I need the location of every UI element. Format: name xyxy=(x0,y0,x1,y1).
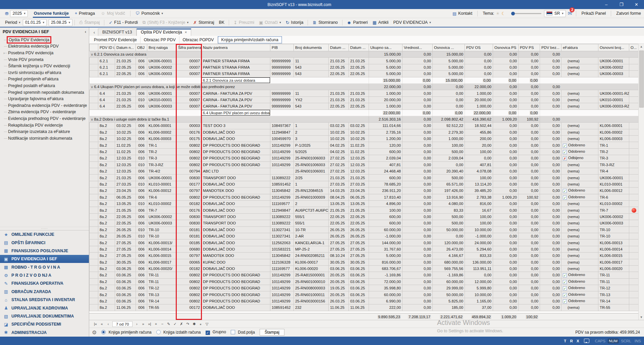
grid-cell[interactable]: 0,00 xyxy=(540,96,561,103)
grid-cell[interactable]: 407,81 xyxy=(369,161,402,168)
grid-cell[interactable]: 010 xyxy=(136,181,147,187)
grid-cell[interactable]: 500,00 xyxy=(433,220,465,226)
grid-cell[interactable] xyxy=(629,200,639,207)
grid-cell[interactable]: 0,00 xyxy=(402,239,433,246)
grid-cell[interactable]: 0,00 xyxy=(402,226,433,233)
grid-cell[interactable]: 0,00 xyxy=(519,96,540,103)
grid-cell[interactable] xyxy=(629,207,639,213)
grid-cell[interactable]: 00007 xyxy=(177,71,202,77)
grid-cell[interactable]: 0,00 xyxy=(540,136,561,142)
grid-cell[interactable]: 0,00 xyxy=(433,90,465,96)
module-pdv-evidencija-i-sef[interactable]: ▣PDV EVIDENCIJA I SEF xyxy=(0,255,89,263)
grid-cell[interactable]: 21.05.25 xyxy=(349,207,369,213)
grid-cell[interactable]: TR-7 xyxy=(147,207,177,213)
vertical-scrollbar[interactable]: ▲ ▼ xyxy=(638,44,644,320)
grid-cell[interactable]: 00802 xyxy=(177,272,202,278)
grid-cell[interactable]: 27.05.25 xyxy=(349,246,369,252)
grid-cell[interactable]: TR-13 xyxy=(147,291,177,298)
grid-cell[interactable]: TR-13 xyxy=(598,291,629,298)
grid-cell[interactable]: 27.03.25 xyxy=(329,181,349,187)
scroll-up-icon[interactable]: ▲ xyxy=(640,44,643,49)
grid-cell[interactable]: 08.04.25 xyxy=(329,194,349,200)
grid-cell[interactable]: 999999999 xyxy=(270,58,294,64)
grid-cell[interactable]: 14.03.25 xyxy=(329,188,349,194)
grid-cell[interactable]: 03.02.25 xyxy=(349,123,369,129)
grid-cell[interactable]: UK006-00001 xyxy=(147,175,177,181)
grid-cell[interactable] xyxy=(90,207,98,213)
table-row[interactable]: 6.422.05.25006UK006-0000300007CARINA - F… xyxy=(90,103,639,110)
grid-cell[interactable]: 0,00 xyxy=(493,220,519,226)
filter-icon[interactable]: ▽ xyxy=(204,322,210,327)
slider-knob[interactable] xyxy=(511,12,515,15)
grid-cell[interactable]: 0,00 xyxy=(493,272,519,278)
table-row[interactable]: 8a.223.04.25006KL006-0001200797MANDOTEK … xyxy=(90,188,639,194)
module-stalna-sredstva-i-inventar[interactable]: ⌂STALNA SREDSTVA I INVENTAR xyxy=(0,296,89,304)
checkbox-dod-polja[interactable]: Dod.polja xyxy=(231,330,255,335)
grid-cell[interactable] xyxy=(90,58,98,64)
grid-cell[interactable]: 0,00 xyxy=(540,220,561,226)
grid-cell[interactable]: 0,00 xyxy=(519,103,540,110)
group-row[interactable]: ∨ 6.4 Ukupan PDV plaćen pri uvozu dobara… xyxy=(90,83,639,90)
tree-item-posebna-pdv-evidencija[interactable]: ›Posebna PDV evidencija xyxy=(3,50,89,56)
grid-cell[interactable]: 8a.2 xyxy=(98,239,115,246)
grid-cell[interactable]: 6.4 xyxy=(98,96,115,103)
grid-cell[interactable]: 197.426,00 xyxy=(433,188,465,194)
grid-cell[interactable]: 101149299 xyxy=(270,298,294,304)
grid-cell[interactable] xyxy=(90,298,98,304)
grid-cell[interactable]: 8a.2 xyxy=(98,304,115,311)
table-row[interactable]: 8a.210.02.25006KL006-0000200176DOBAVLJAČ… xyxy=(90,129,639,135)
grid-cell[interactable] xyxy=(629,123,639,129)
grid-cell[interactable]: 00175 xyxy=(177,136,202,142)
tree-item-definisanje-izuzetaka-za-efakture[interactable]: Definisanje izuzetaka za eFakture xyxy=(3,128,89,135)
grid-cell[interactable]: TR-6 xyxy=(147,194,177,200)
table-row[interactable]: 8a.203.06.25006TR-1100802DP PRODUCTS DOO… xyxy=(90,272,639,278)
grid-cell[interactable]: 0,00 xyxy=(540,123,561,129)
column-header-osnovni_broj[interactable]: Osnovni broj... xyxy=(598,44,629,51)
grid-cell[interactable]: 2 xyxy=(294,200,329,207)
grid-cell[interactable]: 0,00 xyxy=(402,129,433,135)
grid-cell[interactable]: 236.911,20 xyxy=(369,188,402,194)
grid-cell[interactable]: DP PRODUCTS DOO BEOGRAD xyxy=(202,148,270,155)
grid-cell[interactable]: 0,00 xyxy=(402,71,433,77)
grid-cell[interactable] xyxy=(90,129,98,135)
grid-cell[interactable]: 31.767,60 xyxy=(369,246,402,252)
grid-cell[interactable] xyxy=(90,253,98,259)
grid-cell[interactable]: 5.000,00 xyxy=(369,71,402,77)
grid-cell[interactable]: 00185 xyxy=(177,239,202,246)
grid-cell[interactable]: 8a.2 xyxy=(98,175,115,181)
grid-cell[interactable]: KL006-00020 xyxy=(294,265,329,272)
grid-cell[interactable]: 60.000,00 xyxy=(369,226,402,233)
grid-cell[interactable]: 0,00 xyxy=(519,90,540,96)
grid-cell[interactable]: 010 xyxy=(136,226,147,233)
period-select[interactable]: Period▾ xyxy=(3,18,23,26)
grid-cell[interactable]: 006 xyxy=(136,304,147,311)
grid-cell[interactable]: 100,92 xyxy=(519,194,540,200)
grid-cell[interactable]: 0,00 xyxy=(493,71,519,77)
grid-cell[interactable]: 4.080,00 xyxy=(433,200,465,207)
tree-item-rekapitulacija-pdv-evidencije[interactable]: Rekapitulacija PDV evidencije xyxy=(3,122,89,129)
grid-cell[interactable]: 0,00 xyxy=(402,200,433,207)
table-row[interactable]: 8a.221.03.25006UK006-0000100830TRANSPORT… xyxy=(90,175,639,181)
grid-cell[interactable]: (nema) xyxy=(561,259,598,265)
tree-item-op-ta-pdv-evidencija[interactable]: Opšta PDV Evidencija xyxy=(3,37,89,43)
grid-cell[interactable]: 22.05.25 xyxy=(329,103,349,110)
menu-osnovne-funkcije[interactable]: Osnovne funkcije xyxy=(31,9,72,18)
grid-cell[interactable]: 0,00 xyxy=(540,246,561,252)
grid-cell[interactable]: 27.02.25 xyxy=(329,168,349,175)
grid-cell[interactable]: TR-7 xyxy=(598,207,629,213)
grid-cell[interactable]: DP PRODUCTS DOO BEOGRAD xyxy=(202,161,270,168)
grid-cell[interactable]: (nema) xyxy=(561,181,598,187)
grid-cell[interactable]: TR-6 xyxy=(598,194,629,200)
grid-cell[interactable]: (nema) xyxy=(561,161,598,168)
grid-cell[interactable]: 03.02.25 xyxy=(329,123,349,129)
post-edit-button[interactable]: ✓ xyxy=(172,322,178,327)
grid-cell[interactable]: 30.05.25 xyxy=(329,259,349,265)
grid-cell[interactable]: 0,00 xyxy=(540,175,561,181)
grid-cell[interactable]: 0,00 xyxy=(433,161,465,168)
grid-cell[interactable]: TR-3 xyxy=(598,155,629,161)
grid-cell[interactable]: 0,00 xyxy=(519,207,540,213)
grid-cell[interactable]: 00797 xyxy=(177,188,202,194)
column-header-efaktura[interactable]: eFaktura xyxy=(561,44,598,51)
grid-cell[interactable]: 0,00 xyxy=(519,298,540,304)
grid-cell[interactable] xyxy=(90,136,98,142)
